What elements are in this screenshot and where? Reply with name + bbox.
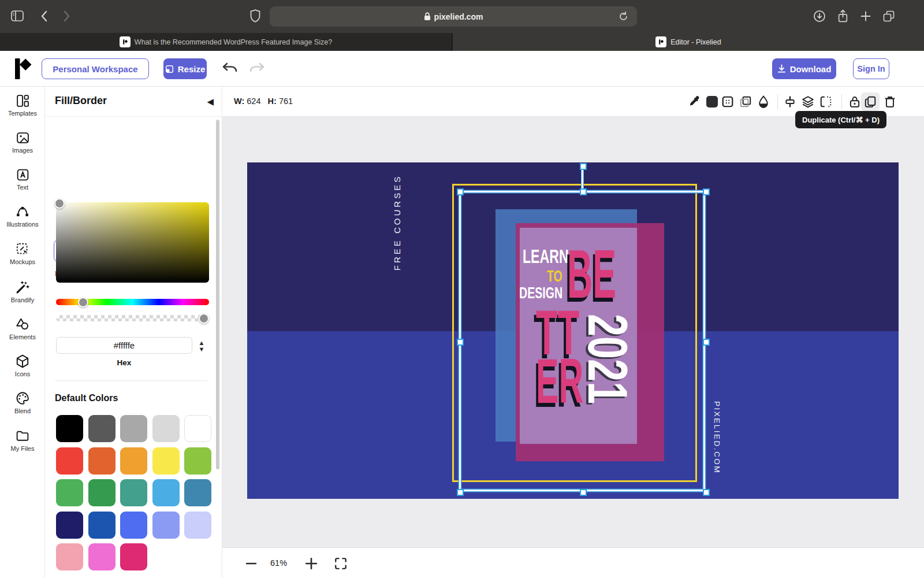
lock-icon[interactable] (848, 95, 861, 108)
color-swatch[interactable] (88, 543, 116, 570)
redo-icon[interactable] (248, 61, 266, 76)
sidebar-item-my-files[interactable]: My Files (0, 429, 45, 462)
saturation-knob[interactable] (54, 198, 65, 209)
panel-scrollbar[interactable] (216, 120, 219, 469)
handle-mid-right[interactable] (703, 339, 710, 346)
sidebar-toggle-icon[interactable] (10, 10, 24, 23)
handle-mid-left[interactable] (457, 339, 464, 346)
undo-icon[interactable] (221, 61, 239, 76)
color-swatch[interactable] (56, 543, 83, 570)
color-swatch[interactable] (56, 479, 83, 506)
color-swatch[interactable] (88, 512, 116, 539)
blur-droplet-icon[interactable] (757, 95, 770, 108)
color-swatch[interactable] (120, 543, 147, 570)
fullscreen-icon[interactable] (334, 557, 348, 570)
sidebar-item-mockups[interactable]: Mockups (0, 242, 45, 275)
selection-frame[interactable] (459, 191, 705, 491)
color-swatch[interactable] (88, 479, 116, 506)
position-icon[interactable] (784, 95, 796, 108)
color-swatch[interactable] (184, 415, 211, 442)
current-fill-swatch[interactable] (706, 96, 718, 108)
workspace-button[interactable]: Personal Workspace (42, 58, 149, 79)
sidebar-item-templates[interactable]: Templates (0, 94, 45, 127)
collapse-panel-icon[interactable]: ◀ (207, 97, 214, 107)
handle-top-right[interactable] (703, 188, 710, 195)
canvas-area[interactable]: FREE COURSES LEARN TO DESIGN BE TT ER 20… (222, 117, 924, 547)
zoom-out-icon[interactable] (245, 558, 257, 569)
pixelied-com-text[interactable]: PIXELIED.COM (713, 401, 721, 474)
default-colors-title: Default Colors (55, 393, 118, 403)
new-tab-icon[interactable] (860, 10, 871, 22)
handle-bottom-left[interactable] (457, 489, 464, 496)
color-swatch[interactable] (152, 447, 180, 475)
zoom-level[interactable]: 61% (270, 558, 287, 568)
flip-icon[interactable] (819, 95, 832, 108)
color-swatch[interactable] (184, 479, 211, 506)
handle-bottom-center[interactable] (580, 489, 587, 496)
shadow-icon[interactable] (739, 95, 752, 108)
border-style-icon[interactable] (721, 95, 734, 108)
delete-icon[interactable] (884, 95, 896, 108)
color-swatch[interactable] (120, 512, 147, 539)
refresh-icon[interactable] (618, 11, 629, 22)
resize-button[interactable]: Resize (163, 58, 207, 79)
color-swatch[interactable] (56, 447, 83, 475)
sidebar-item-images[interactable]: Images (0, 131, 45, 164)
eyedropper-tool-icon[interactable] (688, 95, 701, 108)
stepper-down-icon[interactable]: ▼ (199, 346, 205, 352)
handle-top-left[interactable] (457, 188, 464, 195)
alpha-slider[interactable] (56, 315, 209, 321)
color-swatch[interactable] (152, 512, 180, 539)
sidebar-item-elements[interactable]: Elements (0, 317, 45, 350)
alpha-knob[interactable] (199, 313, 209, 324)
saturation-gradient[interactable] (56, 202, 209, 283)
images-icon (16, 131, 30, 145)
stepper-up-icon[interactable]: ▲ (199, 340, 205, 346)
panel-header: Fill/Border ◀ (45, 87, 222, 117)
color-swatch[interactable] (184, 512, 211, 539)
download-button[interactable]: Download (772, 58, 836, 79)
hex-input[interactable] (56, 337, 192, 354)
color-swatch[interactable] (88, 447, 116, 475)
tab-wordpress-article[interactable]: What is the Recommended WordPress Featur… (0, 33, 452, 51)
duplicate-icon[interactable] (864, 95, 877, 108)
color-swatch[interactable] (56, 415, 83, 442)
download-icon (777, 64, 786, 73)
color-swatch[interactable] (56, 512, 83, 539)
share-icon[interactable] (837, 9, 849, 24)
free-courses-text[interactable]: FREE COURSES (392, 175, 402, 271)
hue-knob[interactable] (78, 297, 88, 307)
color-swatch[interactable] (88, 415, 116, 442)
layers-icon[interactable] (802, 95, 814, 108)
tab-editor-pixelied[interactable]: Editor - Pixelied (453, 33, 924, 51)
signin-button[interactable]: Sign In (853, 58, 889, 79)
color-swatch[interactable] (120, 447, 147, 475)
downloads-icon[interactable] (813, 10, 826, 23)
privacy-shield-icon[interactable] (249, 9, 261, 24)
handle-top-center[interactable] (580, 188, 587, 195)
artboard[interactable]: FREE COURSES LEARN TO DESIGN BE TT ER 20… (247, 162, 899, 499)
hex-stepper[interactable]: ▲▼ (197, 338, 206, 354)
color-swatch[interactable] (152, 479, 180, 506)
sidebar-item-brandify[interactable]: Brandify (0, 280, 45, 313)
sidebar-item-illustrations[interactable]: Illustrations (0, 205, 45, 238)
sidebar-item-blend[interactable]: Blend (0, 391, 45, 424)
back-icon[interactable] (39, 9, 50, 23)
color-swatch[interactable] (184, 447, 211, 475)
handle-bottom-right[interactable] (703, 489, 710, 496)
pixelied-logo[interactable] (14, 57, 33, 80)
browser-toolbar: pixelied.com (0, 0, 924, 33)
elements-icon (15, 317, 30, 332)
address-bar[interactable]: pixelied.com (270, 6, 637, 27)
zoom-in-icon[interactable] (305, 557, 318, 570)
color-swatch[interactable] (120, 415, 147, 442)
tab-overview-icon[interactable] (882, 10, 895, 23)
blend-icon (15, 391, 30, 406)
sidebar-item-text[interactable]: Text (0, 168, 45, 201)
rotation-handle[interactable] (580, 163, 587, 170)
fill-border-panel: Fill/Border ◀ Fill 100% Border 100% ✓ Bo… (45, 87, 222, 578)
color-swatch[interactable] (120, 479, 147, 506)
forward-icon[interactable] (61, 9, 72, 23)
color-swatch[interactable] (152, 415, 180, 442)
sidebar-item-icons[interactable]: Icons (0, 354, 45, 387)
